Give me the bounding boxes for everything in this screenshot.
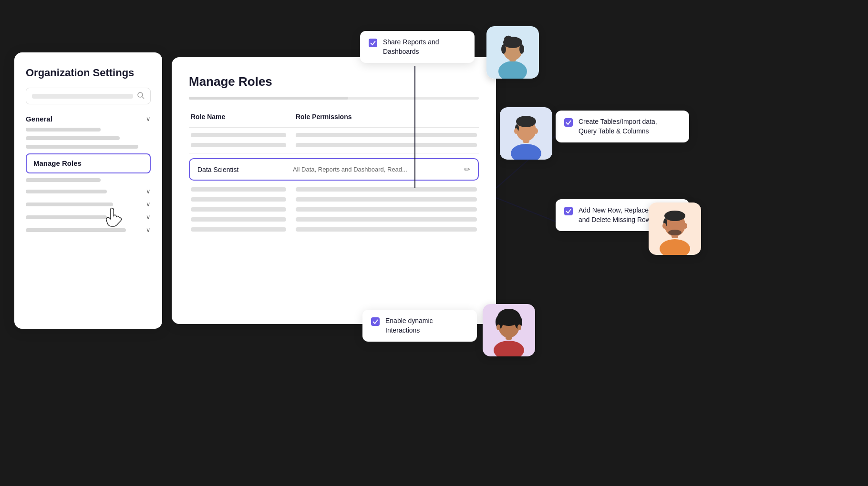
- svg-point-11: [501, 44, 506, 54]
- svg-point-19: [516, 116, 536, 127]
- check-icon-3: [564, 207, 573, 217]
- edit-icon[interactable]: ✏: [464, 165, 470, 174]
- row-6-name: [191, 217, 286, 222]
- table-row-3: [189, 187, 479, 192]
- collapsed-section-1[interactable]: ∨: [26, 187, 151, 196]
- svg-point-12: [519, 44, 524, 54]
- table-row-5: [189, 207, 479, 212]
- manage-roles-sidebar-item[interactable]: Manage Roles: [26, 153, 151, 173]
- collapsed-section-3[interactable]: ∨: [26, 213, 151, 222]
- table-row-7: [189, 227, 479, 232]
- collapsed-section-2[interactable]: ∨: [26, 200, 151, 209]
- row-perms-data-scientist: All Data, Reports and Dashboard, Read...: [293, 166, 464, 173]
- svg-line-4: [496, 198, 556, 222]
- table-header-row: Role Name Role Permissions: [189, 113, 479, 121]
- col-role-name: Role Name: [191, 113, 296, 121]
- row-7-perms: [296, 227, 477, 232]
- general-section-label: General: [26, 115, 52, 123]
- tooltip-4-text: Enable dynamic Interactions: [385, 316, 468, 335]
- avatar-3: [649, 202, 701, 255]
- svg-point-33: [494, 341, 524, 356]
- sidebar-line-2: [26, 136, 120, 140]
- table-row-1: [189, 133, 479, 137]
- svg-point-27: [664, 211, 685, 221]
- col-role-permissions: Role Permissions: [296, 113, 477, 121]
- table-divider-1: [189, 127, 479, 128]
- svg-point-31: [683, 223, 687, 229]
- search-box[interactable]: [26, 88, 151, 104]
- tooltip-share-reports: Share Reports and Dashboards: [360, 31, 475, 63]
- row-3-name: [191, 187, 286, 192]
- row-2-perms: [296, 143, 477, 147]
- tooltip-1-text: Share Reports and Dashboards: [383, 38, 466, 56]
- svg-point-40: [517, 324, 521, 330]
- sidebar-line-1: [26, 128, 101, 132]
- table-divider-2: [189, 153, 479, 154]
- svg-rect-23: [564, 207, 573, 215]
- search-input-line: [32, 94, 133, 99]
- row-2-name: [191, 143, 286, 147]
- svg-point-7: [498, 61, 527, 79]
- chevron-icon-4: ∨: [146, 226, 151, 233]
- svg-point-24: [660, 239, 690, 255]
- row-3-perms: [296, 187, 477, 192]
- svg-point-16: [511, 144, 541, 160]
- svg-point-39: [496, 324, 500, 330]
- chevron-icon-1: ∨: [146, 188, 151, 195]
- chevron-icon-2: ∨: [146, 201, 151, 208]
- svg-rect-32: [371, 317, 380, 326]
- general-section-header[interactable]: General ∨: [26, 115, 151, 123]
- row-name-data-scientist: Data Scientist: [197, 166, 293, 173]
- row-7-name: [191, 227, 286, 232]
- row-1-perms: [296, 133, 477, 137]
- svg-point-21: [514, 128, 518, 134]
- row-6-perms: [296, 217, 477, 222]
- svg-point-29: [668, 230, 682, 235]
- progress-bar: [189, 97, 479, 100]
- general-chevron-icon: ∨: [146, 115, 151, 122]
- collapsed-line-2: [26, 202, 113, 206]
- svg-rect-6: [369, 39, 377, 47]
- progress-bar-fill: [189, 97, 348, 100]
- tooltip-2-text: Create Tables/Import data, Query Table &…: [579, 117, 674, 136]
- manage-roles-panel: Manage Roles Role Name Role Permissions …: [172, 57, 496, 324]
- collapsed-section-4[interactable]: ∨: [26, 225, 151, 234]
- sidebar-line-3: [26, 145, 138, 149]
- svg-line-1: [142, 97, 144, 99]
- avatar-4: [483, 304, 535, 356]
- highlighted-data-scientist-row[interactable]: Data Scientist All Data, Reports and Das…: [189, 158, 479, 181]
- search-icon: [137, 91, 145, 101]
- check-icon-1: [369, 39, 377, 49]
- row-4-name: [191, 197, 286, 202]
- chevron-icon-3: ∨: [146, 213, 151, 221]
- row-1-name: [191, 133, 286, 137]
- sidebar-line-4: [26, 178, 101, 182]
- manage-roles-label: Manage Roles: [33, 159, 82, 167]
- table-row-4: [189, 197, 479, 202]
- avatar-2: [500, 107, 552, 160]
- table-row-2: [189, 143, 479, 147]
- check-icon-4: [371, 317, 380, 328]
- manage-roles-title: Manage Roles: [189, 74, 479, 89]
- row-5-perms: [296, 207, 477, 212]
- tooltip-create-tables: Create Tables/Import data, Query Table &…: [556, 111, 689, 142]
- table-row-6: [189, 217, 479, 222]
- check-icon-2: [564, 118, 573, 129]
- svg-point-0: [138, 92, 143, 97]
- sidebar-title: Organization Settings: [26, 67, 151, 79]
- avatar-1: [486, 26, 539, 79]
- row-5-name: [191, 207, 286, 212]
- svg-point-22: [534, 128, 538, 134]
- svg-point-30: [662, 223, 666, 229]
- collapsed-line-1: [26, 190, 107, 193]
- svg-rect-15: [564, 118, 573, 127]
- sidebar-panel: Organization Settings General ∨ Manage R…: [14, 52, 162, 329]
- row-4-perms: [296, 197, 477, 202]
- cursor-hand-icon: [104, 207, 122, 232]
- collapsed-line-3: [26, 215, 107, 219]
- tooltip-enable-dynamic: Enable dynamic Interactions: [362, 310, 477, 342]
